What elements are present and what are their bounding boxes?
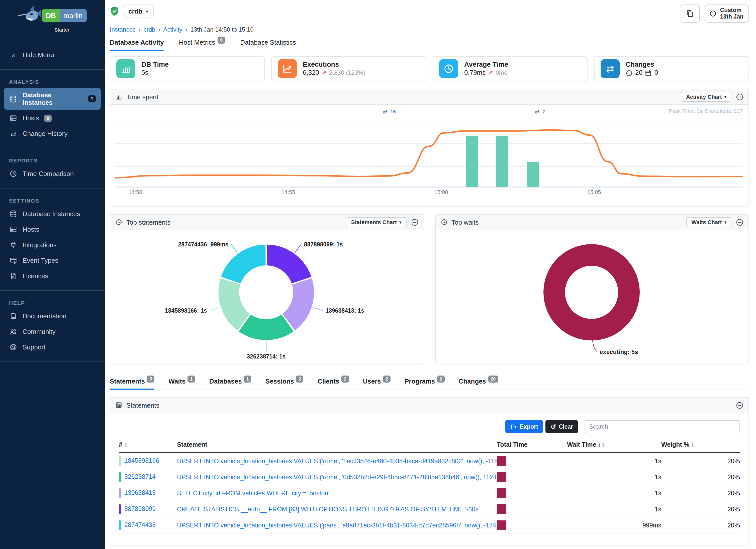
donut-slice[interactable] — [221, 244, 266, 284]
statement-link[interactable]: UPSERT INTO vehicle_location_histories V… — [177, 522, 497, 529]
table-row: 139638413 SELECT city, id FROM vehicles … — [119, 485, 740, 501]
weight-cell: 20% — [661, 517, 740, 533]
copy-link-button[interactable] — [680, 5, 700, 23]
time-range-button[interactable]: Custom 13th Jan — [704, 5, 749, 23]
statement-id-link[interactable]: 139638413 — [124, 489, 156, 496]
change-marker-icon[interactable]: ⇄ — [383, 109, 388, 115]
statement-link[interactable]: CREATE STATISTICS __auto__ FROM [63] WIT… — [177, 506, 480, 513]
tab-statements[interactable]: Statements5 — [110, 378, 154, 390]
search-input[interactable] — [585, 420, 740, 433]
change-marker-icon[interactable]: ⇄ — [535, 109, 539, 115]
label-leader — [210, 307, 219, 310]
change-marker-count[interactable]: 16 — [391, 109, 396, 114]
donut-label: 326238714: 1s — [247, 353, 286, 360]
chevron-down-icon: ▾ — [399, 220, 401, 224]
sidebar-item-settings-hosts[interactable]: Hosts — [4, 222, 101, 237]
time-range-mode: Custom — [720, 7, 743, 14]
chevron-double-left-icon: « — [9, 51, 18, 59]
database-icon — [9, 95, 18, 103]
sidebar-item-integrations[interactable]: Integrations — [4, 238, 101, 252]
statement-link[interactable]: SELECT city, id FROM vehicles WHERE city… — [177, 490, 329, 497]
breadcrumb-activity[interactable]: Activity — [163, 26, 182, 33]
sidebar-item-time-comparison[interactable]: Time Comparison — [4, 166, 101, 181]
statement-id-link[interactable]: 887898099 — [124, 505, 156, 512]
tab-database-statistics[interactable]: Database Statistics — [240, 39, 296, 51]
collapse-panel-button[interactable] — [736, 401, 743, 409]
divider — [0, 148, 105, 148]
execution-bar[interactable] — [496, 136, 508, 187]
table-row: 1845898166 UPSERT INTO vehicle_location_… — [119, 453, 740, 469]
sidebar-item-settings-database-instances[interactable]: Database Instances — [4, 207, 101, 221]
changes-info-count: 20 — [635, 69, 642, 77]
export-button[interactable]: Export — [505, 420, 543, 433]
tab-database-activity[interactable]: Database Activity — [110, 39, 164, 51]
donut-label: 1845898166: 1s — [165, 307, 207, 314]
statement-link[interactable]: UPSERT INTO vehicle_location_histories V… — [177, 474, 497, 481]
change-marker-count[interactable]: 7 — [542, 109, 545, 114]
statement-id-link[interactable]: 287474436 — [124, 521, 156, 528]
x-tick-label: 14:50 — [128, 189, 142, 195]
execution-bar[interactable] — [466, 136, 478, 187]
color-chip — [119, 456, 121, 466]
statement-id-link[interactable]: 1845898166 — [124, 457, 159, 464]
sidebar-item-database-instances[interactable]: Database Instances 1 — [4, 88, 101, 110]
sidebar-item-event-types[interactable]: Event Types — [4, 253, 101, 268]
tab-programs[interactable]: Programs2 — [405, 378, 444, 390]
col-header-id[interactable]: # ⇅ — [119, 438, 177, 453]
waits-donut-chart[interactable]: executing: 5s — [435, 230, 748, 363]
tab-clients[interactable]: Clients2 — [318, 378, 349, 390]
sidebar-item-licences[interactable]: Licences — [4, 269, 101, 283]
tab-users[interactable]: Users2 — [363, 378, 391, 390]
collapse-panel-button[interactable] — [736, 218, 743, 226]
statements-donut-chart[interactable]: 887898099: 1s139638413: 1s326238714: 1s1… — [110, 230, 423, 363]
statement-id-link[interactable]: 326238714 — [124, 473, 156, 480]
card-executions[interactable]: Executions 6,320 ↗ 2,830 (123%) — [271, 56, 426, 81]
clear-button[interactable]: ↺ Clear — [546, 420, 578, 433]
hide-menu-button[interactable]: « Hide Menu — [4, 48, 101, 62]
section-reports: REPORTS — [0, 149, 105, 166]
people-icon — [9, 328, 18, 335]
donut-slice[interactable] — [266, 244, 312, 284]
tab-changes[interactable]: Changes20 — [458, 378, 498, 390]
card-changes[interactable]: ⇄ Changes 20 0 — [594, 56, 749, 81]
col-header-statement[interactable]: Statement — [177, 438, 497, 453]
sidebar-item-change-history[interactable]: ⇄ Change History — [4, 126, 101, 141]
card-average-time[interactable]: Average Time 0.79ms ↗ 0ms — [433, 56, 588, 81]
collapse-panel-button[interactable] — [736, 93, 743, 101]
sidebar-item-documentation[interactable]: Documentation — [4, 309, 101, 323]
collapse-panel-button[interactable] — [411, 218, 418, 226]
info-icon — [626, 70, 633, 77]
statements-chart-dropdown[interactable]: Statements Chart ▾ — [346, 217, 406, 227]
card-db-time[interactable]: DB Time 5s — [110, 56, 265, 81]
col-header-total-time[interactable]: Total Time — [497, 438, 567, 453]
tab-sessions[interactable]: Sessions2 — [265, 378, 304, 390]
waits-chart-dropdown[interactable]: Waits Chart ▾ — [687, 217, 731, 227]
statement-link[interactable]: UPSERT INTO vehicle_location_histories V… — [177, 457, 497, 465]
sidebar-item-community[interactable]: Community — [4, 324, 101, 339]
activity-chart-dropdown[interactable]: Activity Chart ▾ — [681, 92, 731, 102]
brand-logo[interactable]: DB marlin Starter — [0, 0, 105, 33]
tab-host-metrics[interactable]: Host Metrics 0 — [179, 39, 225, 51]
activity-chart[interactable]: ⇄16⇄714:5014:5515:0015:05 — [110, 105, 748, 206]
instance-selector[interactable]: crdb ▾ — [123, 5, 154, 18]
col-header-weight[interactable]: Weight % ⇅ — [661, 438, 740, 453]
sidebar-item-hosts[interactable]: Hosts 0 — [4, 111, 101, 125]
time-spent-panel: Time spent Activity Chart ▾ Peak Time: 2… — [110, 89, 749, 207]
total-time-bar — [497, 456, 506, 466]
pie-chart-icon — [440, 219, 447, 226]
average-time-value: 0.79ms — [464, 69, 486, 77]
col-header-wait-time[interactable]: Wait Time ↑⇅ — [567, 438, 661, 453]
peak-note: Peak Time: 2s, Executions: 837 — [669, 108, 742, 114]
count-badge: 0 — [44, 115, 52, 122]
panel-title: Time spent — [126, 93, 158, 101]
donut-slice[interactable] — [554, 255, 629, 330]
color-chip — [119, 488, 121, 498]
breadcrumb-instances[interactable]: Instances — [110, 26, 136, 33]
sidebar-item-support[interactable]: Support — [4, 340, 101, 354]
event-icon — [9, 257, 18, 264]
total-time-bar — [497, 504, 506, 514]
time-range-date: 13th Jan — [720, 14, 743, 20]
breadcrumb-crdb[interactable]: crdb — [144, 26, 155, 33]
tab-databases[interactable]: Databases1 — [209, 378, 251, 390]
tab-waits[interactable]: Waits1 — [168, 378, 195, 390]
